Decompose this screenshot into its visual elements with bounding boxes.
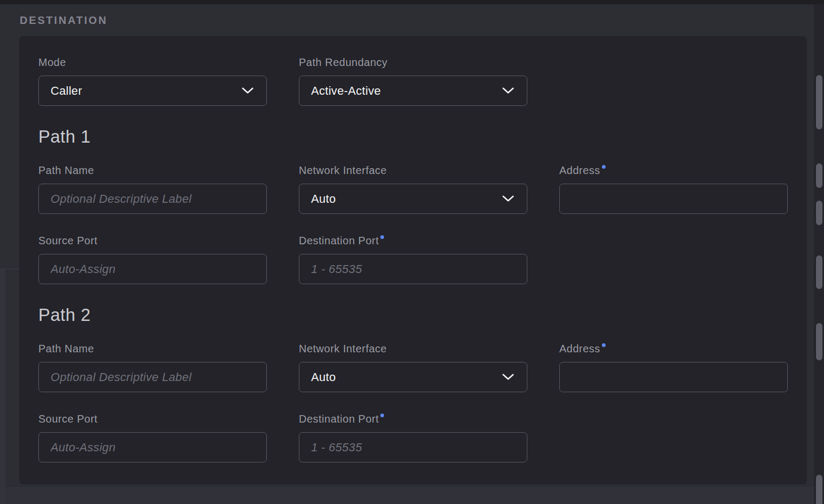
path1-name-input[interactable] (38, 184, 267, 214)
scrollbar-thumb[interactable] (816, 323, 822, 360)
path1-address-label: Address (559, 164, 788, 177)
path2-network-interface-label: Network Interface (299, 343, 527, 355)
path-2-row-2: Source Port Destination Port (38, 413, 788, 462)
path2-network-interface-select-value: Auto (311, 370, 336, 384)
destination-card: Mode Caller Path Redundancy Active-Activ… (19, 36, 807, 484)
field-path-redundancy: Path Redundancy Active-Active (299, 56, 527, 106)
path2-source-port-label-text: Source Port (38, 413, 97, 425)
chevron-down-icon (242, 87, 254, 94)
chevron-down-icon (502, 87, 514, 94)
bottom-panel-edge (5, 487, 814, 504)
mode-row: Mode Caller Path Redundancy Active-Activ… (38, 56, 788, 106)
path2-source-port-input[interactable] (38, 432, 267, 462)
field-path2-destination-port: Destination Port (299, 413, 527, 462)
path2-source-port-label: Source Port (38, 413, 267, 425)
path2-destination-port-label: Destination Port (299, 413, 527, 425)
field-path1-address: Address (559, 164, 788, 214)
field-path1-name: Path Name (38, 164, 267, 214)
path1-source-port-label-text: Source Port (38, 235, 97, 247)
required-indicator (380, 235, 384, 239)
path1-source-port-input[interactable] (38, 254, 267, 284)
scrollbar-thumb[interactable] (816, 255, 822, 289)
path1-network-interface-label: Network Interface (299, 164, 527, 177)
left-panel-edge (0, 269, 5, 504)
path2-destination-port-input[interactable] (299, 432, 527, 462)
mode-label: Mode (38, 56, 267, 69)
path2-address-input[interactable] (559, 362, 788, 392)
path1-address-label-text: Address (559, 164, 600, 177)
field-path1-source-port: Source Port (38, 235, 267, 284)
path2-address-label-text: Address (559, 343, 600, 355)
field-path2-name: Path Name (38, 343, 267, 392)
path2-network-interface-select[interactable]: Auto (299, 362, 527, 392)
chevron-down-icon (502, 195, 514, 202)
path-1-row-1: Path Name Network Interface Auto Address (38, 164, 788, 214)
path1-network-interface-label-text: Network Interface (299, 164, 387, 177)
path1-address-input[interactable] (559, 184, 788, 214)
top-bar (0, 0, 824, 4)
field-path2-address: Address (559, 343, 788, 392)
mode-label-text: Mode (38, 56, 66, 69)
section-title: DESTINATION (20, 14, 108, 27)
field-path2-source-port: Source Port (38, 413, 267, 462)
scrollbar-thumb[interactable] (816, 163, 822, 188)
path-redundancy-label-text: Path Redundancy (299, 56, 388, 69)
path2-name-label: Path Name (38, 343, 267, 355)
path2-destination-port-label-text: Destination Port (299, 413, 379, 425)
path-redundancy-select[interactable]: Active-Active (299, 76, 527, 106)
path-2-heading: Path 2 (38, 305, 788, 325)
scrollbar-thumb[interactable] (816, 475, 822, 504)
scrollbar-track[interactable] (814, 0, 824, 504)
field-mode: Mode Caller (38, 56, 267, 106)
path2-name-label-text: Path Name (38, 343, 94, 355)
field-path2-network-interface: Network Interface Auto (299, 343, 527, 392)
path1-destination-port-input[interactable] (299, 254, 527, 284)
scrollbar-thumb[interactable] (816, 201, 822, 225)
scrollbar-thumb[interactable] (816, 75, 822, 129)
path2-name-input[interactable] (38, 362, 267, 392)
path1-network-interface-select-value: Auto (311, 192, 336, 206)
required-indicator (602, 165, 606, 169)
path-2-row-1: Path Name Network Interface Auto Address (38, 343, 788, 392)
path-redundancy-label: Path Redundancy (299, 56, 527, 69)
required-indicator (602, 343, 606, 347)
path-1-heading: Path 1 (38, 127, 788, 146)
path1-name-label-text: Path Name (38, 164, 94, 177)
path1-source-port-label: Source Port (38, 235, 267, 247)
path1-destination-port-label: Destination Port (299, 235, 527, 247)
required-indicator (380, 414, 384, 417)
path-1-row-2: Source Port Destination Port (38, 235, 788, 284)
chevron-down-icon (502, 374, 514, 381)
path1-name-label: Path Name (38, 164, 267, 177)
destination-form-screen: DESTINATION Mode Caller Path Redundancy … (0, 0, 824, 504)
field-path1-destination-port: Destination Port (299, 235, 527, 284)
path1-destination-port-label-text: Destination Port (299, 235, 379, 247)
field-path1-network-interface: Network Interface Auto (299, 164, 527, 214)
mode-select[interactable]: Caller (38, 76, 267, 106)
path1-network-interface-select[interactable]: Auto (299, 184, 527, 214)
path2-address-label: Address (559, 343, 788, 355)
path-redundancy-select-value: Active-Active (311, 84, 381, 98)
path2-network-interface-label-text: Network Interface (299, 343, 387, 355)
mode-select-value: Caller (51, 84, 82, 98)
